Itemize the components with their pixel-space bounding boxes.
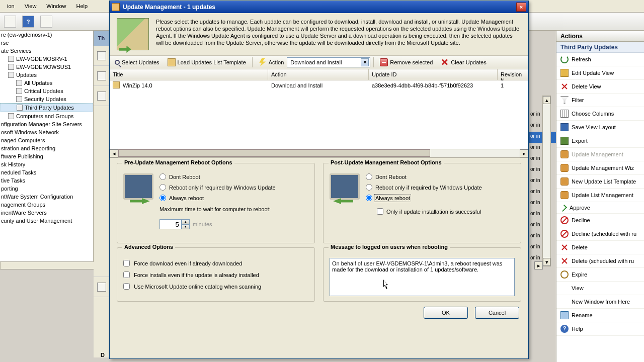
tree-item[interactable]: osoft Windows Network [0,128,93,136]
wait-spinner[interactable]: ▴▾ [159,219,190,229]
tree-item[interactable]: Third Party Updates [0,103,93,112]
grid-header[interactable]: Title Action Update ID Revision N [110,69,528,80]
tree-item[interactable]: neduled Tasks [0,168,93,176]
tree-item[interactable]: nagement Groups [0,201,93,209]
action-choose-columns[interactable]: Choose Columns [556,107,644,121]
tree-item[interactable]: Computers and Groups [0,112,93,120]
tree-item[interactable]: inentWare Servers [0,209,93,217]
tree-item[interactable]: curity and User Management [0,217,93,225]
chk-use-ms-catalog[interactable]: Use Microsoft Update online catalog when… [123,283,308,290]
action-rename[interactable]: Rename [556,309,644,322]
action-save-view-layout[interactable]: Save View Layout [556,121,644,134]
action-edit-update-view[interactable]: Edit Update View [556,66,644,80]
scroll-left-arrow[interactable]: ◂ [110,149,118,157]
action-update-list-management[interactable]: Update List Management [556,189,644,202]
load-template-button[interactable]: Load Updates List Template [165,57,249,68]
radio-always-reboot[interactable]: Always reboot [159,195,276,201]
radio-reboot-if-required[interactable]: Reboot only if required by Windows Updat… [159,184,276,191]
close-icon[interactable]: × [516,3,526,12]
action-export[interactable]: Export [556,134,644,148]
col-title[interactable]: Title [110,69,268,80]
tree-item[interactable]: All Updates [0,79,93,87]
help-icon[interactable]: ? [22,16,34,28]
action-approve[interactable]: Approve [556,202,644,214]
tree-item[interactable]: ate Services [0,47,93,55]
edit-icon [560,69,569,77]
spin-up-icon[interactable]: ▴ [182,219,190,224]
tree-item[interactable]: porting [0,185,93,193]
wait-input[interactable] [159,219,182,229]
midstrip-icon[interactable] [97,92,106,101]
tree-item[interactable]: nfiguration Manager Site Servers [0,120,93,128]
footer-label: D [101,352,105,358]
chevron-down-icon[interactable]: ▼ [361,58,369,66]
tree-hscroll[interactable]: ▸ [0,261,109,269]
tree-item[interactable]: tive Tasks [0,176,93,185]
grid-row[interactable]: WinZip 14.0 Download and Install a38e3ed… [110,80,528,90]
action-decline-scheduled-with-ru[interactable]: Decline (scheduled with ru [556,227,644,241]
reboot-message-textarea[interactable] [330,258,515,296]
radio-dont-reboot[interactable]: Dont Reboot [366,173,482,180]
scroll-thumb[interactable] [118,149,430,157]
radio-reboot-if-required[interactable]: Reboot only if required by Windows Updat… [366,184,482,191]
action-delete-scheduled-with-ru[interactable]: Delete (scheduled with ru [556,254,644,268]
action-help[interactable]: ?Help [556,322,644,336]
chk-only-if-success[interactable] [377,208,383,215]
cancel-button[interactable]: Cancel [475,307,519,319]
action-filter[interactable]: Filter [556,94,644,107]
action-expire[interactable]: Expire [556,268,644,282]
tree-item[interactable]: naged Computers [0,136,93,144]
col-update-id[interactable]: Update ID [369,69,498,80]
menu-item[interactable]: Help [71,1,93,11]
menu-item[interactable]: View [20,1,42,11]
menu-item[interactable]: Window [41,1,71,11]
scroll-right-arrow[interactable]: ▸ [534,261,543,269]
action-refresh[interactable]: Refresh [556,53,644,66]
spin-down-icon[interactable]: ▾ [182,224,190,229]
menu-item[interactable]: ion [2,1,20,11]
midstrip-icon[interactable] [97,51,106,60]
chk-force-download[interactable]: Force download even if already downloade… [123,260,308,266]
tree-item[interactable]: ntWare System Configuration [0,193,93,201]
nav-tree[interactable]: re (ew-vgdemosrv-1) rseate ServicesEW-VG… [0,31,94,262]
grid-hscroll[interactable]: ◂ ▸ [110,149,528,157]
tree-item[interactable]: stration and Reporting [0,144,93,152]
scroll-down-arrow[interactable]: ▾ [543,258,550,266]
tree-item[interactable]: EW-VGDEMOWSUS1 [0,63,93,71]
select-updates-button[interactable]: Select Updates [112,58,163,67]
group-legend: Post-Update Management Reboot Options [329,159,444,165]
tree-item[interactable]: ftware Publishing [0,152,93,160]
bg-vscroll[interactable]: ▴ ▾ [542,96,551,266]
scroll-up-arrow[interactable]: ▴ [543,96,550,104]
clear-updates-button[interactable]: Clear Updates [438,57,489,68]
col-action[interactable]: Action [268,69,369,80]
grid-body[interactable]: WinZip 14.0 Download and Install a38e3ed… [110,80,528,149]
ok-button[interactable]: OK [424,307,468,319]
tree-item[interactable]: Security Updates [0,95,93,103]
tree-item[interactable]: EW-VGDEMOSRV-1 [0,55,93,63]
midstrip-icon[interactable] [97,71,106,80]
action-new-window-from-here[interactable]: New Window from Here [556,295,644,309]
titlebar[interactable]: Update Management - 1 updates × [110,1,528,13]
scroll-right-arrow[interactable]: ▸ [520,149,528,157]
remove-selected-button[interactable]: Remove selected [377,57,436,68]
tree-item[interactable]: Updates [0,71,93,79]
tree-item[interactable]: Critical Updates [0,87,93,95]
action-delete[interactable]: Delete [556,241,644,254]
action-delete-view[interactable]: Delete View [556,80,644,94]
action-combo[interactable]: Download and Install ▼ [287,57,370,67]
tree-root[interactable]: re (ew-vgdemosrv-1) [0,31,93,39]
action-decline[interactable]: Decline [556,214,644,227]
tree-item[interactable]: sk History [0,160,93,168]
action-view[interactable]: View [556,282,644,295]
col-revision[interactable]: Revision N [498,69,528,80]
radio-dont-reboot[interactable]: Dont Reboot [159,173,276,180]
action-update-management-wiz[interactable]: Update Management Wiz [556,161,644,175]
toolbar-button[interactable] [40,16,52,28]
midstrip-icon[interactable] [97,283,106,292]
chk-force-install[interactable]: Force installs even if the update is alr… [123,272,308,278]
tree-item[interactable]: rse [0,39,93,47]
toolbar-button[interactable] [4,16,16,28]
radio-always-reboot[interactable]: Always reboot [366,195,482,201]
action-new-update-list-template[interactable]: New Update List Template [556,175,644,189]
